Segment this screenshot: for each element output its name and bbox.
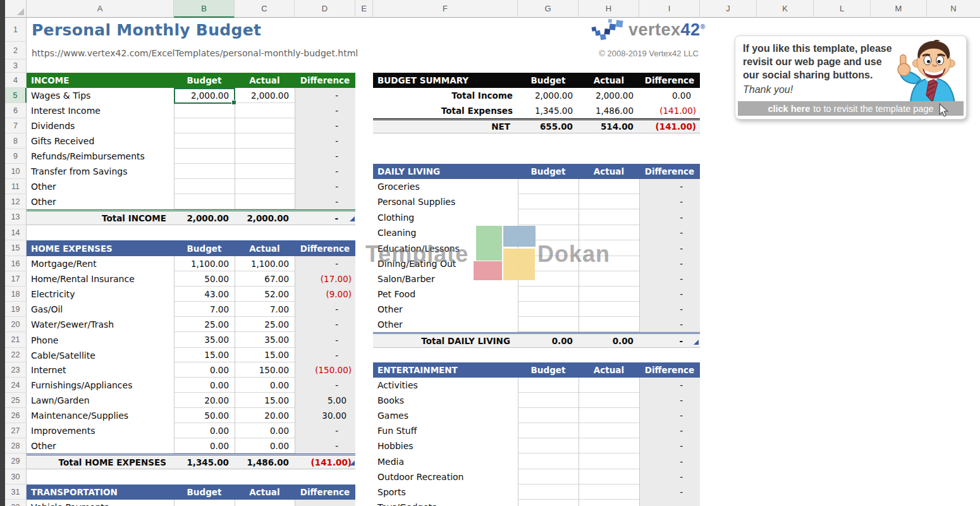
row-label[interactable]: Fun Stuff	[373, 423, 518, 438]
row-label[interactable]: Personal Supplies	[373, 194, 518, 209]
difference-cell[interactable]: (150.00)	[295, 362, 355, 378]
budget-cell[interactable]	[518, 317, 579, 332]
select-all-corner[interactable]	[5, 0, 27, 18]
actual-cell[interactable]	[579, 423, 639, 438]
row-label[interactable]: Other	[373, 302, 518, 317]
row-label[interactable]: Improvements	[27, 423, 174, 438]
actual-cell[interactable]	[235, 194, 295, 209]
daily-section-header[interactable]: DAILY LIVINGBudgetActualDifference	[373, 164, 700, 179]
actual-cell[interactable]: 2,000.00	[579, 88, 639, 103]
row-label[interactable]: Internet	[27, 362, 174, 378]
row-header-19[interactable]: 19	[5, 302, 27, 317]
row-label[interactable]: Games	[373, 408, 518, 423]
actual-cell[interactable]: 52.00	[235, 287, 295, 302]
actual-cell[interactable]: 7.00	[235, 302, 295, 317]
income-section-header[interactable]: INCOMEBudgetActualDifference	[27, 73, 355, 88]
row-header-4[interactable]: 4	[5, 73, 27, 88]
row-label[interactable]: Other	[27, 194, 174, 209]
column-header-E[interactable]: E	[355, 0, 373, 18]
row-label[interactable]: Vehicle Payments	[27, 500, 174, 506]
difference-cell[interactable]: -	[639, 317, 700, 332]
budget-cell[interactable]: 7.00	[174, 302, 235, 317]
row-header-22[interactable]: 22	[5, 348, 27, 362]
actual-cell[interactable]: 25.00	[235, 317, 295, 332]
difference-total-cell[interactable]: (141.00)	[295, 455, 355, 469]
difference-cell[interactable]: (9.00)	[295, 287, 355, 302]
actual-cell[interactable]: 1,486.00	[579, 103, 639, 118]
actual-total-cell[interactable]: 514.00	[579, 120, 639, 133]
row-label[interactable]: Phone	[27, 332, 174, 348]
actual-cell[interactable]	[579, 469, 639, 484]
actual-cell[interactable]	[579, 240, 639, 256]
column-header-J[interactable]: J	[700, 0, 757, 18]
column-header-K[interactable]: K	[757, 0, 814, 18]
row-header-2[interactable]: 2	[5, 42, 27, 59]
actual-cell[interactable]: 67.00	[235, 271, 295, 287]
row-label[interactable]: Media	[373, 454, 518, 469]
row-header-31[interactable]: 31	[5, 484, 27, 500]
template-promo-box[interactable]: If you like this template, please revisi…	[735, 35, 967, 120]
difference-cell[interactable]: -	[639, 225, 700, 240]
difference-total-cell[interactable]: -	[639, 334, 700, 347]
row-label[interactable]: Transfer from Savings	[27, 164, 174, 179]
actual-cell[interactable]	[579, 378, 639, 393]
row-label[interactable]: Other	[27, 438, 174, 454]
entertainment-section-header[interactable]: ENTERTAINMENTBudgetActualDifference	[373, 362, 700, 378]
total-label[interactable]: Total DAILY LIVING	[373, 334, 518, 347]
budget-total-cell[interactable]: 2,000.00	[174, 211, 235, 225]
row-header-27[interactable]: 27	[5, 423, 27, 438]
difference-cell[interactable]: 30.00	[295, 408, 355, 423]
budget-cell[interactable]	[518, 240, 579, 256]
row-label[interactable]: Clothing	[373, 209, 518, 225]
row-header-32[interactable]: 32	[5, 500, 27, 506]
actual-cell[interactable]	[235, 133, 295, 149]
difference-cell[interactable]: -	[639, 408, 700, 423]
row-header-3[interactable]: 3	[5, 59, 27, 73]
row-label[interactable]: Toys/Gadgets	[373, 500, 518, 506]
budget-cell[interactable]	[518, 378, 579, 393]
row-header-16[interactable]: 16	[5, 256, 27, 271]
difference-cell[interactable]: -	[295, 378, 355, 393]
difference-cell[interactable]: -	[639, 302, 700, 317]
difference-cell[interactable]: -	[639, 469, 700, 484]
actual-cell[interactable]: 2,000.00	[235, 88, 295, 103]
actual-cell[interactable]: 0.00	[235, 378, 295, 393]
difference-cell[interactable]: -	[639, 393, 700, 408]
actual-cell[interactable]	[579, 194, 639, 209]
column-header-G[interactable]: G	[518, 0, 579, 18]
row-header-24[interactable]: 24	[5, 378, 27, 393]
actual-cell[interactable]: 20.00	[235, 408, 295, 423]
column-header-I[interactable]: I	[639, 0, 700, 18]
column-header-C[interactable]: C	[235, 0, 295, 18]
difference-cell[interactable]: -	[639, 240, 700, 256]
budget-cell[interactable]	[518, 454, 579, 469]
column-header-F[interactable]: F	[373, 0, 518, 18]
actual-cell[interactable]: 15.00	[235, 348, 295, 362]
row-label[interactable]: Total Expenses	[373, 103, 518, 118]
actual-cell[interactable]: 150.00	[235, 362, 295, 378]
actual-cell[interactable]	[579, 256, 639, 271]
row-label[interactable]: Hobbies	[373, 438, 518, 454]
actual-cell[interactable]	[579, 179, 639, 194]
budget-total-cell[interactable]: 1,345.00	[174, 455, 235, 469]
budget-cell[interactable]: 1,345.00	[518, 103, 579, 118]
row-label[interactable]: Maintenance/Supplies	[27, 408, 174, 423]
actual-cell[interactable]	[579, 500, 639, 506]
actual-cell[interactable]	[579, 271, 639, 287]
budget-cell[interactable]: 0.00	[174, 362, 235, 378]
row-label[interactable]: Groceries	[373, 179, 518, 194]
budget-cell[interactable]: 2,000.00	[518, 88, 579, 103]
row-label[interactable]: Gas/Oil	[27, 302, 174, 317]
row-header-1[interactable]: 1	[5, 18, 27, 42]
budget-cell[interactable]: 43.00	[174, 287, 235, 302]
column-header-N[interactable]: N	[927, 0, 980, 18]
row-label[interactable]: Gifts Received	[27, 133, 174, 149]
actual-total-cell[interactable]: 1,486.00	[235, 455, 295, 469]
budget-cell[interactable]	[174, 133, 235, 149]
row-label[interactable]: Cleaning	[373, 225, 518, 240]
actual-cell[interactable]	[235, 149, 295, 164]
difference-cell[interactable]: -	[639, 194, 700, 209]
row-label[interactable]: Refunds/Reimbursements	[27, 149, 174, 164]
row-header-26[interactable]: 26	[5, 408, 27, 423]
difference-cell[interactable]: -	[295, 302, 355, 317]
